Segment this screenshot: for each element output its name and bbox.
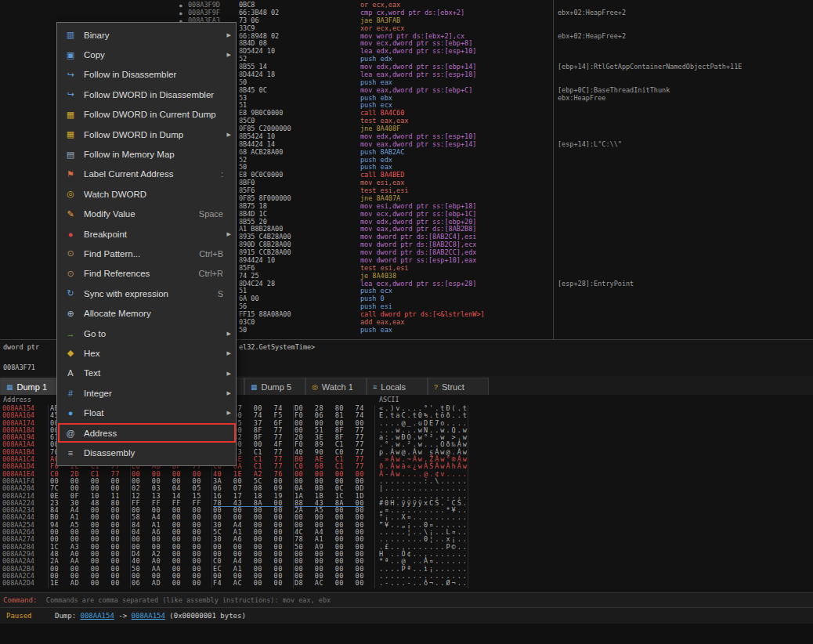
menu-item-label: Watch DWORD [84, 190, 236, 199]
text-icon: A [63, 368, 78, 378]
tab-label: Dump 5 [262, 382, 292, 392]
menu-item-breakpoint[interactable]: ●Breakpoint▶ [57, 224, 236, 244]
dump-hex-group[interactable]: 1E AD 00 00 [50, 580, 127, 587]
dump-hex-group[interactable]: D8 AC 00 00 [294, 580, 371, 587]
menu-item-label: Disassembly [84, 448, 236, 458]
status-size: (0x00000001 bytes) [165, 612, 246, 620]
disasm-comment: [ebp+14]:RtlGetAppContainerNamedObjectPa… [558, 63, 742, 71]
command-input[interactable] [46, 596, 807, 604]
menu-item-label: Follow in Disassembler [84, 70, 236, 79]
menu-shortcut: Ctrl+R [199, 269, 223, 278]
dump-hex-group[interactable]: 06 AD 00 00 [132, 580, 208, 587]
hex-icon: ◆ [63, 348, 78, 358]
menu-item-disassembly[interactable]: ≡Disassembly [57, 443, 236, 462]
menu-item-label: Address [84, 429, 236, 438]
info-box-address: 008A3F71 [3, 364, 35, 371]
follow-in-disassembler-icon: ↪ [63, 70, 78, 80]
dump-to-link[interactable]: 008AA154 [132, 612, 165, 620]
follow-in-memory-map-icon: ▤ [63, 150, 78, 160]
submenu-arrow-icon: ▶ [227, 132, 231, 138]
menu-item-allocate-memory[interactable]: ⊕Allocate Memory [57, 303, 236, 323]
menu-item-float[interactable]: ●Float▶ [57, 403, 236, 422]
menu-item-label: Modify Value [84, 209, 199, 219]
follow-dword-in-dump-icon: ▦ [63, 129, 78, 139]
menu-item-label: Label Current Address [84, 169, 221, 179]
dump-ascii[interactable]: .-...-..ô¬..Ø¬.. [379, 580, 468, 587]
disasm-comment: [esp+14]:L"C:\\" [558, 141, 622, 149]
menu-item-binary[interactable]: ▥Binary▶ [57, 25, 236, 45]
find-references-icon: ⊙ [63, 269, 78, 279]
menu-item-find-references[interactable]: ⊙Find ReferencesCtrl+R [57, 264, 236, 284]
menu-item-label: Binary [84, 31, 236, 40]
allocate-memory-icon: ⊕ [63, 309, 78, 319]
menu-item-label: Allocate Memory [84, 309, 236, 318]
dump-tab-icon: ▦ [251, 383, 258, 391]
watch-tab-icon: ◎ [312, 383, 318, 391]
disasm-bytes: 50 [239, 327, 247, 335]
follow-dword-in-current-dump-icon: ▦ [63, 110, 78, 120]
disasm-comment: ebx+02:HeapFree+2 [558, 33, 626, 41]
disasm-row[interactable]: ●008A3F9F66:3B48 02cmp cx,word ptr ds:[e… [0, 9, 813, 17]
dump-row[interactable]: 008AA2D41E AD 00 0006 AD 00 00F4 AC 00 0… [0, 580, 813, 587]
status-dump-label: Dump: [55, 612, 81, 620]
menu-item-follow-dword-in-disassembler[interactable]: ↪Follow DWORD in Disassembler [57, 85, 236, 104]
dump-column-divider [48, 405, 49, 588]
address-icon: @ [63, 429, 78, 438]
tab-label: Struct [442, 382, 464, 392]
info-box-line1-right: el32.GetSystemTime> [239, 343, 315, 351]
menu-item-sync-with-expression[interactable]: ↻Sync with expressionS [57, 284, 236, 303]
menu-item-label: Integer [84, 389, 236, 398]
label-icon: ⚑ [63, 169, 78, 179]
tab-label: Watch 1 [322, 382, 353, 392]
menu-item-label: Follow DWORD in Dump [84, 130, 236, 139]
menu-shortcut: : [221, 169, 223, 179]
disasm-comment: [esp+28]:EntryPoint [558, 280, 634, 288]
tab-watch-1[interactable]: ◎Watch 1 [305, 378, 367, 395]
menu-item-label: Go to [84, 329, 236, 338]
breakpoint-dot-icon: ● [179, 2, 182, 9]
submenu-arrow-icon: ▶ [227, 331, 231, 337]
menu-item-text[interactable]: AText▶ [57, 364, 236, 383]
modify-value-icon: ✎ [63, 209, 78, 219]
menu-item-label-current-address[interactable]: ⚑Label Current Address: [57, 165, 236, 184]
menu-shortcut: Ctrl+B [199, 249, 223, 259]
menu-item-go-to[interactable]: →Go to▶ [57, 324, 236, 343]
dump-hex-group[interactable]: F4 AC 00 00 [213, 580, 290, 587]
menu-item-integer[interactable]: #Integer▶ [57, 383, 236, 403]
tab-dump-5[interactable]: ▦Dump 5 [244, 378, 305, 395]
menu-item-find-pattern[interactable]: ⊙Find Pattern...Ctrl+B [57, 244, 236, 263]
menu-item-label: Copy [84, 50, 236, 60]
menu-shortcut: S [218, 289, 223, 298]
menu-item-watch-dword[interactable]: ◎Watch DWORD [57, 184, 236, 204]
binary-icon: ▥ [63, 30, 78, 40]
menu-item-address[interactable]: @Address [57, 423, 236, 443]
menu-item-follow-dword-in-dump[interactable]: ▦Follow DWORD in Dump▶ [57, 125, 236, 144]
tab-label: Dump 1 [17, 382, 48, 392]
menu-item-label: Text [84, 368, 236, 378]
menu-item-follow-in-memory-map[interactable]: ▤Follow in Memory Map [57, 144, 236, 164]
watch-icon: ◎ [63, 189, 78, 199]
tab-struct[interactable]: ?Struct [428, 378, 489, 395]
tab-locals[interactable]: ≡Locals [367, 378, 428, 395]
context-menu: ▥Binary▶▣Copy▶↪Follow in Disassembler↪Fo… [56, 22, 237, 466]
submenu-arrow-icon: ▶ [227, 390, 231, 396]
menu-item-hex[interactable]: ◆Hex▶ [57, 343, 236, 363]
disassembly-comment-divider [553, 0, 554, 339]
menu-item-modify-value[interactable]: ✎Modify ValueSpace [57, 204, 236, 224]
menu-item-copy[interactable]: ▣Copy▶ [57, 45, 236, 64]
disassembly-icon: ≡ [63, 448, 78, 458]
command-label: Command: [3, 596, 42, 604]
menu-item-label: Breakpoint [84, 230, 236, 239]
disasm-instruction: push eax [360, 327, 392, 335]
submenu-arrow-icon: ▶ [227, 350, 231, 356]
tab-dump-1[interactable]: ▦Dump 1 [0, 378, 61, 395]
float-icon: ● [63, 408, 78, 418]
menu-item-label: Find References [84, 269, 199, 278]
menu-item-follow-in-disassembler[interactable]: ↪Follow in Disassembler [57, 65, 236, 85]
submenu-arrow-icon: ▶ [227, 410, 231, 416]
copy-icon: ▣ [63, 50, 78, 60]
status-paused: Paused [6, 612, 55, 620]
locals-tab-icon: ≡ [373, 383, 377, 391]
menu-item-follow-dword-in-current-dump[interactable]: ▦Follow DWORD in Current Dump [57, 105, 236, 125]
dump-from-link[interactable]: 008AA154 [81, 612, 114, 620]
